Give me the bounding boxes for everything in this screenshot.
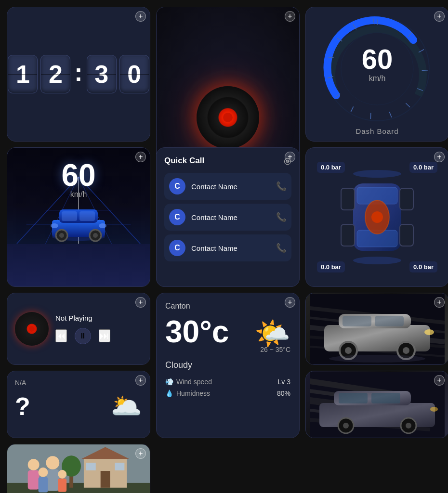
contact-name-3: Contact Name	[191, 244, 276, 252]
speedometer-add-button[interactable]: +	[434, 11, 445, 22]
svg-rect-82	[101, 471, 110, 488]
gauge-speed-text: 60 km/h	[362, 45, 393, 83]
weather-small-body: ? 🌥️	[15, 391, 142, 421]
tire-pressure-widget: + 0.0 bar 0.0 bar 0.0 bar 0.0 bar	[305, 147, 448, 287]
svg-point-39	[371, 211, 383, 223]
wind-row: 💨 Wind speed Lv 3	[165, 378, 290, 386]
road-visual: 60 km/h	[7, 148, 150, 244]
clock-add-button[interactable]: +	[135, 11, 146, 22]
clock-digit-2: 2	[40, 55, 70, 93]
svg-point-91	[39, 467, 48, 477]
gauge-speed-unit: km/h	[362, 74, 393, 83]
pause-icon: ⏸	[79, 332, 87, 340]
weather-small-add-button[interactable]: +	[135, 375, 146, 386]
small-prev-button[interactable]: ⏮	[55, 329, 67, 342]
call-icon-1[interactable]: 📞	[276, 181, 287, 192]
gauge-speed-value: 60	[362, 45, 393, 73]
contact-avatar-1: C	[169, 178, 185, 195]
dashboard-label: Dash Board	[356, 127, 398, 135]
music-top-add-button[interactable]: +	[285, 11, 295, 22]
clock-colon: :	[74, 58, 82, 87]
svg-rect-70	[339, 393, 368, 403]
weather-city: Canton	[165, 302, 290, 311]
speed-road-widget: + 60 km/h	[7, 147, 150, 287]
small-pause-button[interactable]: ⏸	[75, 328, 91, 344]
call-icon-2[interactable]: 📞	[276, 212, 287, 222]
car-photo-widget: +	[305, 293, 448, 365]
svg-rect-84	[115, 463, 124, 470]
svg-rect-68	[319, 403, 435, 427]
contact-row-3[interactable]: C Contact Name 📞	[164, 234, 291, 261]
car2-photo-add-button[interactable]: +	[434, 375, 445, 386]
call-icon-3[interactable]: 📞	[276, 243, 287, 253]
svg-point-59	[403, 347, 409, 354]
quick-call-widget: + Quick Call ◎ C Contact Name 📞 C Contac…	[156, 147, 300, 287]
contact-row-1[interactable]: C Contact Name 📞	[164, 173, 291, 200]
wind-label: 💨 Wind speed	[165, 378, 212, 386]
svg-point-60	[424, 329, 434, 335]
weather-na-label: N/A	[15, 379, 142, 387]
svg-rect-40	[341, 188, 355, 210]
clock-digit-1: 1	[8, 55, 38, 93]
clock-widget: + 1 2 : 3 0	[7, 7, 150, 142]
contact-name-1: Contact Name	[191, 182, 276, 191]
quick-call-title: Quick Call	[164, 156, 204, 166]
weather-small-widget: + N/A ? 🌥️	[7, 371, 150, 438]
humid-label: 💧 Humidness	[165, 389, 210, 397]
humid-value: 80%	[277, 389, 290, 397]
quick-call-add-button[interactable]: +	[285, 152, 295, 162]
svg-rect-42	[341, 224, 355, 246]
svg-point-32	[93, 233, 98, 238]
cloud-question-icon: 🌥️	[111, 391, 142, 421]
clock-digit-4: 0	[119, 55, 149, 93]
tire-add-button[interactable]: +	[434, 152, 445, 162]
svg-point-45	[353, 170, 401, 178]
family-photo-render	[7, 444, 150, 493]
svg-point-75	[406, 423, 411, 428]
contact-avatar-2: C	[169, 209, 185, 225]
wind-icon: 💨	[165, 378, 173, 386]
small-next-button[interactable]: ⏭	[99, 329, 110, 342]
svg-point-89	[28, 459, 40, 470]
svg-rect-90	[28, 470, 40, 490]
svg-rect-28	[79, 211, 95, 221]
weather-condition: Cloudy	[165, 360, 290, 370]
music-small-info: Not Playing ⏮ ⏸ ⏭	[55, 314, 142, 344]
svg-line-7	[388, 112, 393, 117]
music-small-widget: + Not Playing ⏮ ⏸ ⏭	[7, 293, 150, 365]
svg-point-61	[329, 355, 425, 363]
svg-rect-83	[86, 463, 96, 470]
svg-point-93	[58, 470, 66, 479]
wind-value: Lv 3	[278, 378, 290, 386]
family-photo-widget: +	[7, 444, 150, 493]
speed-road-add-button[interactable]: +	[135, 152, 146, 162]
tire-container: 0.0 bar 0.0 bar 0.0 bar 0.0 bar	[317, 157, 437, 277]
svg-rect-41	[400, 188, 413, 210]
svg-point-87	[46, 456, 59, 469]
svg-rect-94	[58, 479, 66, 492]
speed-road-unit: km/h	[70, 190, 87, 199]
music-small-controls: ⏮ ⏸ ⏭	[55, 328, 142, 344]
svg-line-8	[369, 113, 372, 118]
contact-row-2[interactable]: C Contact Name 📞	[164, 204, 291, 231]
family-photo-add-button[interactable]: +	[135, 448, 146, 459]
speed-road-value: 60	[61, 157, 95, 193]
svg-line-9	[351, 106, 353, 112]
gauge-container: 60 km/h	[322, 13, 433, 124]
weather-temp: 30°c	[165, 316, 229, 347]
car-photo-add-button[interactable]: +	[434, 297, 445, 308]
weather-range: 26 ~ 35°C	[260, 346, 290, 353]
weather-big-add-button[interactable]: +	[285, 297, 295, 308]
music-small-status: Not Playing	[55, 314, 142, 322]
svg-rect-54	[343, 316, 371, 326]
music-small-add-button[interactable]: +	[135, 297, 146, 308]
clock-digit-3: 3	[87, 55, 117, 93]
weather-question-mark: ?	[15, 392, 30, 421]
svg-point-74	[343, 423, 349, 428]
svg-rect-71	[371, 393, 400, 403]
svg-point-58	[345, 347, 352, 354]
weather-details: 💨 Wind speed Lv 3 💧 Humidness 80%	[165, 378, 290, 397]
svg-rect-27	[62, 211, 77, 221]
vinyl-record	[197, 86, 259, 149]
svg-rect-55	[375, 316, 404, 326]
